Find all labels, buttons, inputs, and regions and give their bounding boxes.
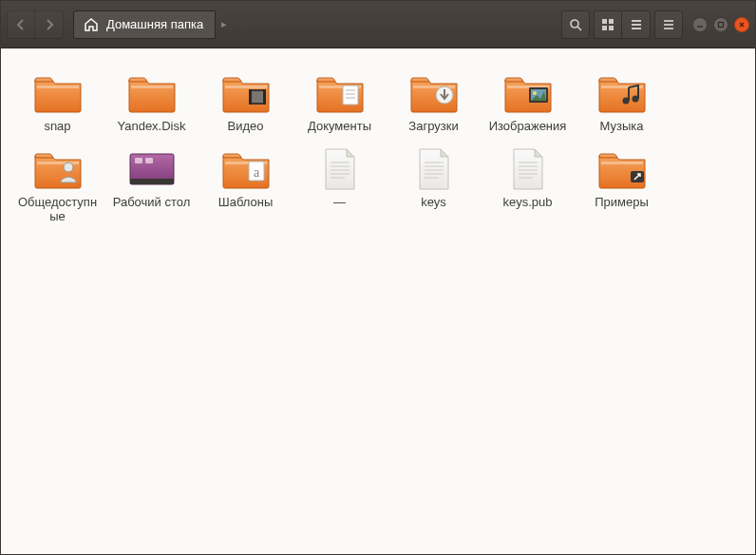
svg-point-35 xyxy=(622,98,629,105)
svg-rect-20 xyxy=(251,91,264,103)
nav-buttons xyxy=(7,10,64,39)
folder-item[interactable]: Примеры xyxy=(576,142,667,228)
forward-button[interactable] xyxy=(35,10,64,39)
svg-text:a: a xyxy=(253,165,259,180)
close-icon xyxy=(738,21,746,29)
item-label: keys.pub xyxy=(502,195,552,210)
path-label: Домашняя папка xyxy=(106,17,203,31)
maximize-icon xyxy=(717,21,725,29)
folder-item[interactable]: Общедоступные xyxy=(12,142,103,228)
chevron-right-icon xyxy=(44,19,55,30)
item-label: Рабочий стол xyxy=(113,195,191,210)
search-button[interactable] xyxy=(561,10,590,39)
svg-point-38 xyxy=(64,163,73,172)
item-label: — xyxy=(333,195,346,210)
file-item[interactable]: keys.pub xyxy=(482,142,573,228)
minimize-icon xyxy=(696,21,704,29)
folder-item[interactable]: Видео xyxy=(200,66,291,138)
folder-item[interactable]: Документы xyxy=(294,66,385,138)
home-icon xyxy=(84,17,99,32)
item-label: Yandex.Disk xyxy=(117,119,185,134)
svg-rect-16 xyxy=(37,86,79,88)
svg-rect-37 xyxy=(37,162,79,164)
file-icon xyxy=(312,145,369,193)
file-icon xyxy=(406,145,463,193)
folder-item[interactable]: Изображения xyxy=(482,66,573,138)
window-controls xyxy=(692,17,749,32)
item-label: Видео xyxy=(228,119,264,134)
svg-rect-17 xyxy=(131,86,173,88)
item-label: Шаблоны xyxy=(218,195,274,210)
item-label: Документы xyxy=(308,119,371,134)
path-home-button[interactable]: Домашняя папка xyxy=(73,10,216,39)
view-grid-button[interactable] xyxy=(594,10,622,39)
folder-icon xyxy=(594,69,651,117)
close-button[interactable] xyxy=(734,17,749,32)
maximize-button[interactable] xyxy=(713,17,728,32)
list-icon xyxy=(630,18,643,31)
svg-point-36 xyxy=(632,96,638,103)
folder-item[interactable]: Загрузки xyxy=(388,66,479,138)
svg-rect-2 xyxy=(602,19,607,24)
menu-button[interactable] xyxy=(654,10,683,39)
item-label: snap xyxy=(44,119,70,134)
folder-icon xyxy=(217,69,274,117)
back-button[interactable] xyxy=(7,10,35,39)
folder-item[interactable]: Музыка xyxy=(576,66,667,138)
item-label: Загрузки xyxy=(408,119,458,134)
minimize-button[interactable] xyxy=(692,17,708,32)
folder-icon xyxy=(500,69,557,117)
svg-rect-18 xyxy=(225,86,267,88)
svg-rect-4 xyxy=(602,26,607,30)
file-manager-window: Домашняя папка ▸ xyxy=(0,0,756,555)
folder-icon xyxy=(594,145,651,193)
desktop-icon xyxy=(123,145,180,193)
svg-rect-22 xyxy=(263,89,266,105)
folder-icon xyxy=(29,69,86,117)
svg-rect-41 xyxy=(145,158,153,163)
folder-icon xyxy=(123,69,180,117)
svg-rect-5 xyxy=(609,26,614,30)
svg-line-1 xyxy=(577,27,581,30)
svg-point-33 xyxy=(533,91,537,95)
item-label: Примеры xyxy=(595,195,649,210)
folder-item[interactable]: Yandex.Disk xyxy=(106,66,197,138)
svg-rect-21 xyxy=(249,89,252,105)
search-icon xyxy=(569,18,582,31)
path-separator-icon: ▸ xyxy=(216,18,233,30)
folder-item[interactable]: Рабочий стол xyxy=(106,142,197,228)
file-icon xyxy=(500,145,557,193)
chevron-left-icon xyxy=(15,19,27,30)
folder-item[interactable]: snap xyxy=(12,66,103,138)
file-item[interactable]: — xyxy=(294,142,385,228)
svg-rect-3 xyxy=(609,19,614,24)
folder-icon xyxy=(406,69,463,117)
hamburger-icon xyxy=(662,18,675,31)
file-item[interactable]: keys xyxy=(388,142,479,228)
svg-point-0 xyxy=(571,20,578,28)
item-label: Общедоступные xyxy=(14,195,102,224)
folder-icon xyxy=(29,145,86,193)
icon-view[interactable]: snap Yandex.Disk Видео Документы Загрузк… xyxy=(1,48,755,554)
item-label: Музыка xyxy=(600,119,644,134)
svg-rect-40 xyxy=(135,158,142,163)
svg-rect-42 xyxy=(130,179,174,184)
folder-item[interactable]: a Шаблоны xyxy=(200,142,291,228)
svg-rect-61 xyxy=(601,162,643,164)
item-label: Изображения xyxy=(489,119,567,134)
item-label: keys xyxy=(421,195,446,210)
folder-icon: a xyxy=(217,145,274,193)
svg-rect-13 xyxy=(719,22,724,27)
folder-icon xyxy=(312,69,369,117)
svg-rect-24 xyxy=(343,86,358,105)
view-list-button[interactable] xyxy=(622,10,651,39)
pathbar: Домашняя папка ▸ xyxy=(73,9,233,41)
grid-icon xyxy=(601,18,614,31)
toolbar: Домашняя папка ▸ xyxy=(1,1,755,48)
